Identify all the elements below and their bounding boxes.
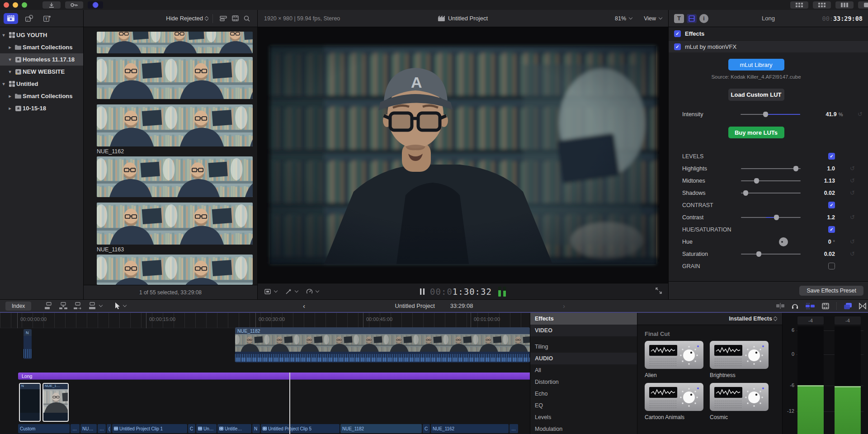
clip-filmstrip-selected[interactable] <box>97 104 253 146</box>
append-edit-button[interactable] <box>74 302 82 309</box>
playhead[interactable] <box>289 373 290 434</box>
category-video[interactable]: VIDEO <box>530 325 637 336</box>
disclosure-triangle-icon[interactable]: ▸ <box>6 45 14 50</box>
enhancements-dropdown[interactable] <box>285 288 298 295</box>
effects-toggle-row[interactable]: ✓ Effects <box>669 27 868 41</box>
tool-selector-dropdown[interactable] <box>115 302 126 309</box>
category-modulation[interactable]: Modulation <box>530 423 637 434</box>
load-custom-lut-button[interactable]: Load Custom LUT <box>728 89 784 101</box>
connect-edit-button[interactable] <box>45 302 53 309</box>
reset-icon[interactable]: ↺ <box>835 189 855 196</box>
timeline-clip-segment[interactable]: … <box>509 424 518 433</box>
selected-clip-b[interactable]: NUE_1… <box>42 383 69 422</box>
zoom-button[interactable] <box>22 2 27 8</box>
effect-tile-brightness[interactable]: Brightness <box>710 341 769 378</box>
reset-icon[interactable]: ↺ <box>835 165 855 172</box>
sidebar-item-smart-collections-2[interactable]: ▸ Smart Collections <box>0 90 83 102</box>
effect-tile-alien[interactable]: Alien <box>645 341 703 378</box>
sidebar-item-homeless[interactable]: ▾ Homeless 11.17.18 <box>0 53 83 66</box>
reset-icon[interactable]: ↺ <box>835 250 855 257</box>
hue-dial[interactable] <box>741 239 801 245</box>
headphones-button[interactable] <box>792 303 798 309</box>
slider-thumb[interactable] <box>763 112 768 117</box>
checkbox-checked[interactable]: ✓ <box>674 43 681 50</box>
minimize-button[interactable] <box>13 2 18 8</box>
checkbox-unchecked[interactable] <box>828 263 835 269</box>
mlut-effect-row[interactable]: ✓ mLut by motionVFX <box>669 41 868 52</box>
effects-browser-button[interactable] <box>844 303 852 309</box>
tab-info-inspector[interactable]: i <box>699 14 708 23</box>
timeline-clip-segment[interactable]: Untitle… <box>217 424 251 433</box>
timeline-clip-segment[interactable]: NU… <box>80 424 97 433</box>
disclosure-triangle-icon[interactable]: ▸ <box>6 106 14 111</box>
slider-thumb[interactable] <box>793 166 798 171</box>
audio-meter-mini-right[interactable] <box>503 287 506 297</box>
disclosure-triangle-icon[interactable]: ▾ <box>6 57 14 62</box>
timeline-clip-segment[interactable]: … <box>98 424 106 433</box>
crop-tools-dropdown[interactable] <box>264 288 277 295</box>
timeline-clip-segment[interactable]: Un… <box>196 424 217 433</box>
sidebar-item-ug-youth[interactable]: ▾ UG YOUTH <box>0 29 83 41</box>
media-sidebar-tab[interactable] <box>4 13 18 24</box>
timeline-clip-segment[interactable]: Custom <box>18 424 70 433</box>
sidebar-item-smart-collections-1[interactable]: ▸ Smart Collections <box>0 41 83 53</box>
audio-meter-mini-left[interactable] <box>498 287 501 297</box>
disclosure-triangle-icon[interactable]: ▾ <box>6 69 14 74</box>
index-button[interactable]: Index <box>5 302 31 311</box>
next-project-chevron[interactable]: › <box>563 302 565 310</box>
previous-project-chevron[interactable]: ‹ <box>303 302 305 310</box>
layout-button[interactable] <box>835 1 854 9</box>
checkbox-checked[interactable]: ✓ <box>828 202 835 208</box>
category-all[interactable]: All <box>530 364 637 376</box>
filmstrip-view-button[interactable] <box>229 15 241 21</box>
checkbox-checked[interactable]: ✓ <box>674 30 681 37</box>
timeline-clip-segment[interactable]: C <box>188 424 195 433</box>
tab-text-inspector[interactable]: T <box>674 14 684 23</box>
filter-dropdown[interactable]: Hide Rejected <box>166 15 208 22</box>
pause-icon[interactable] <box>420 288 425 295</box>
effect-tile-cosmic[interactable]: Cosmic <box>710 383 769 420</box>
selected-clip-a[interactable]: N <box>19 383 41 422</box>
shadows-slider[interactable] <box>741 190 801 196</box>
disclosure-triangle-icon[interactable]: ▾ <box>0 81 7 86</box>
reset-icon[interactable]: ↺ <box>835 238 855 245</box>
key-button[interactable] <box>65 1 83 9</box>
zoom-dropdown[interactable]: 81% <box>615 15 632 22</box>
category-tiling[interactable]: Tiling <box>530 341 637 353</box>
slider-thumb[interactable] <box>754 178 759 184</box>
timeline-clip-segment[interactable]: Untitled Project Clip 1 <box>112 424 187 433</box>
disclosure-triangle-icon[interactable]: ▸ <box>6 94 14 99</box>
sidebar-item-untitled[interactable]: ▾ Untitled <box>0 78 83 90</box>
timeline[interactable]: 00:00:00:00 00:00:15:00 00:00:30:00 00:0… <box>0 313 530 434</box>
clip-appearance-button[interactable] <box>217 16 229 21</box>
timeline-ruler[interactable]: 00:00:00:00 00:00:15:00 00:00:30:00 00:0… <box>0 313 530 328</box>
contrast-slider[interactable] <box>741 214 801 221</box>
disclosure-triangle-icon[interactable]: ▾ <box>0 33 7 38</box>
highlights-slider[interactable] <box>741 165 801 172</box>
slider-thumb[interactable] <box>743 190 748 196</box>
app-menu-button[interactable] <box>88 1 103 9</box>
timeline-clip-nue1182[interactable]: NUE_1182 <box>235 327 530 363</box>
timeline-clip-segment[interactable]: Untitled Project Clip 5 <box>261 424 340 433</box>
tab-video-inspector[interactable] <box>687 14 697 23</box>
spaces-button-2[interactable] <box>813 1 831 9</box>
clip-filmstrip[interactable] <box>97 255 253 285</box>
clip-appearance-timeline-button[interactable] <box>822 303 829 309</box>
storyline-long-bar[interactable]: Long <box>18 373 530 380</box>
reset-icon[interactable]: ↺ <box>835 214 855 221</box>
search-button[interactable] <box>241 15 253 22</box>
slider-thumb[interactable] <box>774 215 779 220</box>
slider-thumb[interactable] <box>756 251 761 257</box>
timeline-clip-segment[interactable]: NUE_1182 <box>340 424 422 433</box>
category-eq[interactable]: EQ <box>530 400 637 411</box>
titles-generators-sidebar-tab[interactable]: T <box>40 13 54 24</box>
clip-filmstrip[interactable] <box>97 57 253 99</box>
timeline-clip-segment[interactable]: ( <box>107 424 111 433</box>
trim-button[interactable] <box>776 303 784 309</box>
photos-audio-sidebar-tab[interactable]: ♪ <box>22 13 36 24</box>
edge-button[interactable] <box>858 1 868 9</box>
timeline-project-name[interactable]: Untitled Project <box>395 302 435 309</box>
installed-effects-dropdown[interactable]: Installed Effects <box>637 313 782 325</box>
insert-edit-button[interactable] <box>59 302 67 309</box>
intensity-slider[interactable] <box>741 111 800 118</box>
